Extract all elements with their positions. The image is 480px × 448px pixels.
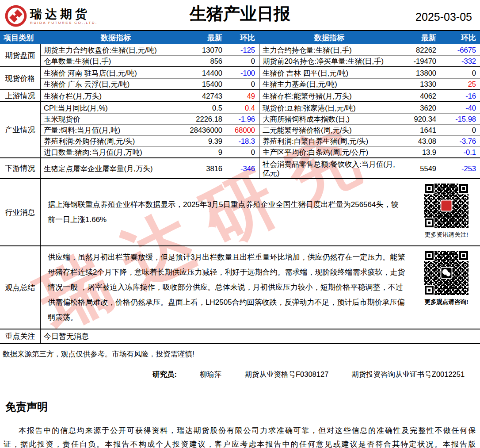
indicator-label: 进口数量:猪肉:当月值(月,万吨)	[41, 146, 191, 157]
latest-value: 82262	[400, 44, 440, 55]
indicator-label: 生猪价 吉林 四平(日,元/吨)	[259, 67, 400, 78]
industry-news-text: 据上海钢联重点养殖企业样本数据显示，2025年3月5日重点养殖企业全国生猪日度出…	[41, 179, 413, 245]
latest-value: 3620	[400, 102, 440, 113]
latest-value: 43.08	[400, 135, 440, 146]
section-category: 观点总结	[0, 246, 41, 329]
summary-text: 供应端，虽然月初出栏节奏放缓，但是预计3月出栏数量且出栏重量环比增加，供应仍然存…	[41, 246, 413, 329]
table-header-row: 项目类别 数据指标 最新 环比 数据指标 最新 环比	[0, 31, 480, 44]
latest-value: 14400	[191, 67, 226, 78]
indicator-label: 主力合约持仓量:生猪(日,手)	[259, 44, 400, 55]
disclaimer-body: 本报告中的信息均来源于公开可获得资料，瑞达期货股份有限公司力求准确可靠，但对这些…	[4, 424, 476, 448]
qr-caption: 更多观点请咨询!	[425, 298, 469, 306]
focus-text: 今日暂无消息	[41, 329, 480, 343]
latest-value: 13.9	[400, 146, 440, 157]
change-value: 49	[226, 90, 259, 101]
latest-value: 15400	[191, 78, 226, 89]
indicator-label: 玉米现货价	[41, 113, 191, 124]
data-source-note: 数据来源第三方，观点仅供参考。市场有风险，投资需谨慎!	[3, 349, 480, 359]
latest-value: 3816	[191, 158, 226, 178]
change-value: 25	[440, 78, 480, 89]
latest-value: 4062	[400, 90, 440, 101]
change-value: 0	[226, 55, 259, 66]
disclaimer-title: 免责声明	[5, 400, 480, 414]
col-header-change-1: 环比	[226, 33, 259, 43]
change-value: -0.1	[440, 146, 480, 157]
change-value: -100	[226, 67, 259, 78]
section-summary: 观点总结 供应端，虽然月初出栏节奏放缓，但是预计3月出栏数量且出栏重量环比增加，…	[0, 245, 480, 329]
table-row: 生猪价 广东 云浮(日,元/吨) 15400 0 生猪主力基差(日,元/吨) 1…	[41, 78, 480, 89]
change-value: -346	[226, 158, 259, 178]
latest-value: 42743	[191, 90, 226, 101]
qr-finder-icon	[425, 286, 434, 295]
change-value: -40	[440, 102, 480, 113]
indicator-label: 生猪价 河南 驻马店(日,元/吨)	[41, 67, 191, 78]
summary-qr-box: 更多观点请咨询!	[413, 246, 480, 329]
report-date: 2025-03-05	[415, 11, 472, 23]
indicator-label: 社会消费品零售总额:餐饮收入:当月值(月,亿元)	[259, 158, 400, 178]
table-row: 今日暂无消息	[41, 329, 480, 343]
indicator-label: 生猪价 广东 云浮(日,元/吨)	[41, 78, 191, 89]
table-row: 期货主力合约收盘价:生猪(日,元/吨) 13070 -125 主力合约持仓量:生…	[41, 44, 480, 55]
change-value: -3.76	[440, 135, 480, 146]
section-focus: 重点关注 今日暂无消息	[0, 329, 480, 344]
qr-code-wechat	[424, 251, 469, 295]
disclaimer-section: 免责声明 本报告中的信息均来源于公开可获得资料，瑞达期货股份有限公司力求准确可靠…	[0, 400, 480, 448]
indicator-label: 二元能繁母猪价格(周,元/头)	[259, 124, 400, 135]
qr-finder-icon	[425, 251, 434, 260]
indicator-label: 仓单数量:生猪(日,手)	[41, 55, 191, 66]
indicator-label: 养殖利润:外购仔猪(周,元/头)	[41, 135, 191, 146]
col-header-indicator-1: 数据指标	[41, 33, 191, 43]
section-industry: 产业情况 CPI:当月同比(月,%) 0.5 0.4 现货价:豆粕:张家港(日,…	[0, 101, 480, 157]
indicator-label: 生猪定点屠宰企业屠宰量(月,万头)	[41, 158, 191, 178]
latest-value: 13070	[191, 44, 226, 55]
indicator-label: 期货前20名持仓:净买单量:生猪(日,手)	[259, 55, 400, 66]
researcher-label: 研究员:	[152, 370, 177, 379]
change-value: -15.98	[440, 113, 480, 124]
indicator-label: 生猪存栏(月,万头)	[41, 90, 191, 101]
news-qr-box: 更多资讯请关注!	[413, 179, 480, 245]
section-category: 上游情况	[0, 90, 41, 101]
col-header-change-2: 环比	[440, 33, 480, 43]
change-value: 68000	[226, 124, 259, 135]
latest-value: 2226.18	[191, 113, 226, 124]
latest-value: 0.5	[191, 102, 226, 113]
change-value: 0	[226, 78, 259, 89]
section-category: 现货价格	[0, 67, 41, 89]
latest-value: 13800	[400, 67, 440, 78]
section-category: 重点关注	[0, 329, 41, 343]
change-value: 0	[440, 67, 480, 78]
indicator-label: 大商所猪饲料成本指数(日,)	[259, 113, 400, 124]
latest-value: 920.34	[400, 113, 440, 124]
table-row: 产量:饲料:当月值(月,吨) 28436000 68000 二元能繁母猪价格(周…	[41, 124, 480, 135]
table-row: 养殖利润:外购仔猪(周,元/头) 9.39 -18.3 养殖利润:自繁自养生猪(…	[41, 135, 480, 146]
change-value: -1.96	[226, 113, 259, 124]
latest-value: 9.39	[191, 135, 226, 146]
latest-value: -19470	[400, 55, 440, 66]
section-upstream: 上游情况 生猪存栏(月,万头) 42743 49 生猪存栏:能繁母猪(月,万头)…	[0, 89, 480, 101]
change-value: 0.4	[226, 102, 259, 113]
change-value: -125	[226, 44, 259, 55]
qr-finder-icon	[459, 184, 468, 193]
indicator-label: CPI:当月同比(月,%)	[41, 102, 191, 113]
change-value: -253	[440, 158, 480, 178]
table-row: 生猪存栏(月,万头) 42743 49 生猪存栏:能繁母猪(月,万头) 4062…	[41, 90, 480, 101]
report-page: 瑞达研究 瑞达期货 RUIDA FUTURES CO.,LTD. 生猪产业日报 …	[0, 0, 480, 448]
indicator-label: 期货主力合约收盘价:生猪(日,元/吨)	[41, 44, 191, 55]
qr-logo-icon	[441, 200, 453, 212]
change-value: 0	[226, 146, 259, 157]
indicator-label: 养殖利润:自繁自养生猪(周,元/头)	[259, 135, 400, 146]
change-value: 0	[440, 124, 480, 135]
qr-finder-icon	[425, 184, 434, 193]
indicator-label: 生猪存栏:能繁母猪(月,万头)	[259, 90, 400, 101]
section-category: 行业消息	[0, 179, 41, 245]
section-downstream: 下游情况 生猪定点屠宰企业屠宰量(月,万头) 3816 -346 社会消费品零售…	[0, 157, 480, 178]
table-row: 仓单数量:生猪(日,手) 856 0 期货前20名持仓:净买单量:生猪(日,手)…	[41, 55, 480, 66]
indicator-label: 现货价:豆粕:张家港(日,元/吨)	[259, 102, 400, 113]
qr-finder-icon	[425, 218, 434, 227]
latest-value: 5549	[400, 158, 440, 178]
latest-value: 1641	[400, 124, 440, 135]
col-header-latest-1: 最新	[191, 33, 226, 43]
change-value: -18.3	[226, 135, 259, 146]
col-header-category: 项目类别	[0, 33, 41, 43]
table-row: 生猪定点屠宰企业屠宰量(月,万头) 3816 -346 社会消费品零售总额:餐饮…	[41, 158, 480, 178]
